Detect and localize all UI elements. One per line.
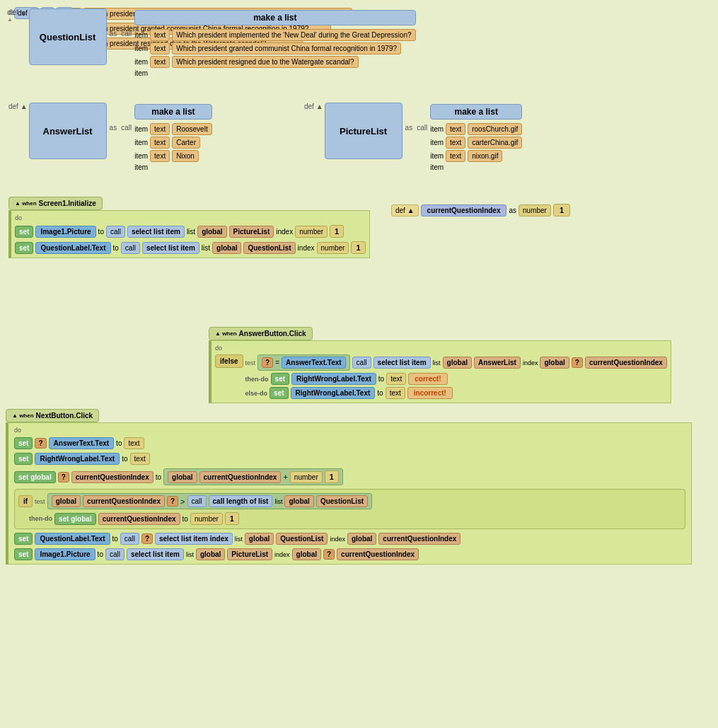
when-screen1-init: ▲ when Screen1.Initialize bbox=[8, 197, 103, 210]
cqi-ref-ans: currentQuestionIndex bbox=[585, 357, 667, 369]
cqi-next-p-ref: currentQuestionIndex bbox=[337, 548, 419, 560]
q-text-3: Which president resigned due to the Wate… bbox=[172, 56, 358, 68]
question-list-next-ref: QuestionList bbox=[276, 533, 328, 545]
picture-list-name: PictureList bbox=[325, 103, 403, 159]
a-text-1: Roosevelt bbox=[172, 123, 212, 135]
q-list-row-3: item text Which president resigned due t… bbox=[134, 56, 415, 68]
q-list-row-2: item text Which president granted commun… bbox=[134, 42, 415, 54]
question-list-section: def ▲ QuestionList as call make a list i… bbox=[8, 8, 416, 78]
current-question-index-def: def ▲ currentQuestionIndex as number 1 bbox=[391, 204, 570, 216]
next-button-click-section: ▲ when NextButton.Click do set ? AnswerT… bbox=[6, 409, 692, 565]
p-text-2: carterChina.gif bbox=[468, 137, 522, 149]
cqi-if-ref: currentQuestionIndex bbox=[83, 495, 165, 507]
correct-text: correct! bbox=[408, 373, 447, 385]
a-text-2: Carter bbox=[172, 137, 200, 149]
question-label-text-target: QuestionLabel.Text bbox=[35, 242, 110, 254]
question-list-name: QuestionList bbox=[29, 8, 107, 65]
canvas: def ▲ as call item text Which president … bbox=[0, 0, 718, 728]
question-list-ref-s1: QuestionList bbox=[243, 242, 295, 254]
make-a-list-a: make a list bbox=[134, 104, 212, 120]
incorrect-text: incorrect! bbox=[407, 387, 453, 399]
make-a-list-p: make a list bbox=[430, 104, 522, 120]
answer-button-click-section: ▲ when AnswerButton.Click do ifelse test… bbox=[209, 327, 671, 403]
picture-list-section: def ▲ PictureList as call make a list it… bbox=[304, 103, 522, 172]
cqi-set-ref: currentQuestionIndex bbox=[71, 471, 154, 483]
when-next-btn: ▲ when NextButton.Click bbox=[6, 409, 99, 422]
answer-btn-do: do ifelse test ? = AnswerText.Text bbox=[209, 340, 671, 403]
picture-list-ref-s1: PictureList bbox=[229, 226, 274, 238]
cqi-reset-ref: currentQuestionIndex bbox=[98, 513, 180, 525]
length-of-list-label: call length of list bbox=[209, 495, 273, 507]
when-answer-btn: ▲ when AnswerButton.Click bbox=[209, 327, 313, 340]
a-text-3: Nixon bbox=[172, 150, 199, 162]
if-block: if test global currentQuestionIndex ? > … bbox=[14, 489, 685, 529]
cqi-var-name: currentQuestionIndex bbox=[421, 204, 507, 216]
select-list-item-q2: select list item index bbox=[155, 533, 233, 545]
picture-list-next-ref: PictureList bbox=[227, 548, 272, 560]
p-text-3: nixon.gif bbox=[468, 150, 502, 162]
cqi-plus-ref: currentQuestionIndex bbox=[199, 471, 282, 483]
cqi-initial-value: 1 bbox=[553, 204, 570, 216]
screen1-initialize-section: ▲ when Screen1.Initialize do set Image1.… bbox=[8, 197, 370, 258]
image1-picture-target: Image1.Picture bbox=[35, 226, 95, 238]
answer-list-section: def ▲ AnswerList as call make a list ite… bbox=[8, 103, 212, 172]
next-btn-do: do set ? AnswerText.Text to text set Rig… bbox=[6, 422, 692, 565]
cqi-next-q-ref: currentQuestionIndex bbox=[378, 533, 461, 545]
answer-list-name: AnswerList bbox=[29, 103, 107, 159]
question-list-if-ref: QuestionList bbox=[316, 495, 368, 507]
p-text-1: roosChurch.gif bbox=[468, 123, 522, 135]
answer-list-ref: AnswerList bbox=[474, 357, 521, 369]
screen1-init-do: do set Image1.Picture to call select lis… bbox=[8, 210, 370, 258]
q-text-2: Which president granted communist China … bbox=[172, 42, 401, 54]
q-list-row-1: item text Which president implemented th… bbox=[134, 29, 415, 41]
make-a-list-q: make a list bbox=[134, 10, 415, 25]
q-text-1: Which president implemented the 'New Dea… bbox=[172, 29, 415, 41]
